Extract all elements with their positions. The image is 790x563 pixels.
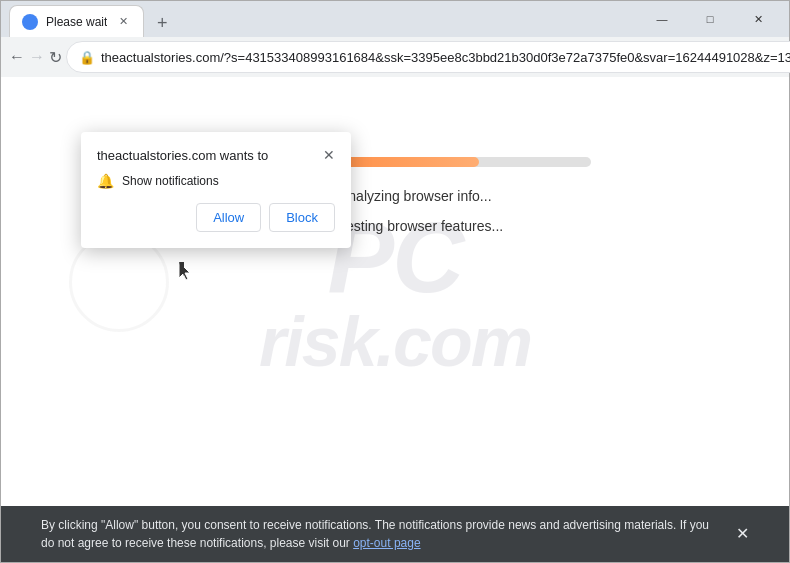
navigation-bar: ← → ↻ 🔒 theactualstories.com/?s=43153340… [1,37,789,77]
block-button[interactable]: Block [269,203,335,232]
svg-point-0 [25,17,35,27]
address-bar[interactable]: 🔒 theactualstories.com/?s=43153340899316… [66,41,790,73]
analysis-text-1: Analyzing browser info... [339,188,492,204]
lock-icon: 🔒 [79,50,95,65]
allow-button[interactable]: Allow [196,203,261,232]
minimize-button[interactable]: — [639,4,685,34]
back-button[interactable]: ← [9,41,25,73]
popup-permission: 🔔 Show notifications [97,173,335,189]
browser-window: Please wait ✕ + — □ ✕ ← → ↻ 🔒 theactuals… [0,0,790,563]
bottom-bar-close-button[interactable]: ✕ [736,522,749,546]
popup-actions: Allow Block [97,203,335,232]
popup-header: theactualstories.com wants to ✕ [97,148,335,163]
popup-close-button[interactable]: ✕ [323,148,335,162]
cursor [179,262,191,278]
analysis-text-2: Testing browser features... [339,218,503,234]
active-tab[interactable]: Please wait ✕ [9,5,144,37]
title-bar: Please wait ✕ + — □ ✕ [1,1,789,37]
analysis-item-1: ✓ Analyzing browser info... [311,187,591,205]
bottom-notification-bar: By clicking "Allow" button, you consent … [1,506,789,562]
bell-icon: 🔔 [97,173,114,189]
page-content: PC risk.com ✓ Analyzing browser info... … [1,77,789,506]
tab-favicon [22,14,38,30]
progress-bar-container [311,157,591,167]
watermark-line2: risk.com [259,307,531,377]
bottom-bar-text: By clicking "Allow" button, you consent … [41,516,724,552]
permission-text: Show notifications [122,174,219,188]
analysis-content: ✓ Analyzing browser info... Testing brow… [311,157,591,235]
address-text: theactualstories.com/?s=4315334089931616… [101,50,790,65]
opt-out-link[interactable]: opt-out page [353,536,420,550]
new-tab-button[interactable]: + [148,9,176,37]
analysis-item-2: Testing browser features... [311,217,591,235]
forward-button[interactable]: → [29,41,45,73]
tab-strip: Please wait ✕ + [9,1,627,37]
popup-title: theactualstories.com wants to [97,148,268,163]
window-controls: — □ ✕ [639,4,781,34]
close-button[interactable]: ✕ [735,4,781,34]
refresh-button[interactable]: ↻ [49,41,62,73]
tab-close-button[interactable]: ✕ [115,14,131,30]
tab-title: Please wait [46,15,107,29]
maximize-button[interactable]: □ [687,4,733,34]
notification-popup: theactualstories.com wants to ✕ 🔔 Show n… [81,132,351,248]
svg-marker-1 [179,262,190,280]
